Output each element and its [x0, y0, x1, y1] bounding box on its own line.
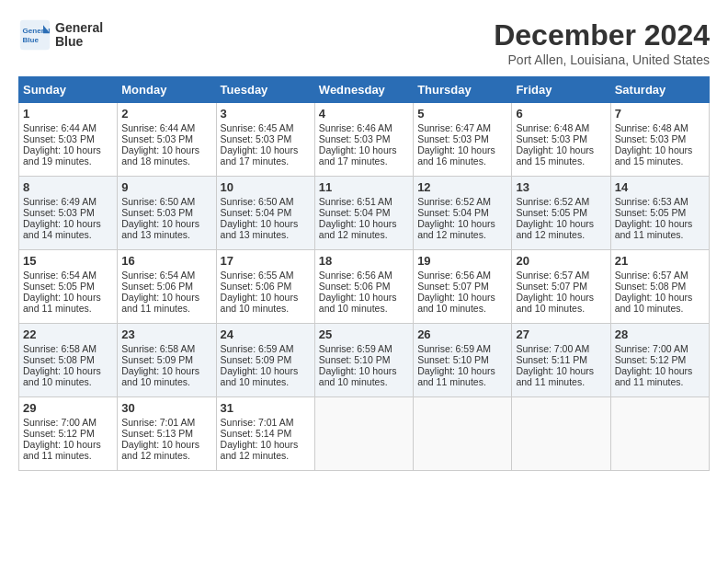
- day-number: 24: [221, 327, 311, 341]
- sunrise-text: Sunrise: 6:45 AM: [221, 122, 294, 133]
- sunset-text: Sunset: 5:10 PM: [319, 354, 391, 365]
- day-of-week-header: Tuesday: [216, 77, 314, 103]
- daylight-text: Daylight: 10 hours and 11 minutes.: [615, 365, 693, 387]
- sunset-text: Sunset: 5:05 PM: [23, 281, 95, 292]
- day-number: 30: [121, 401, 211, 415]
- daylight-text: Daylight: 10 hours and 10 minutes.: [121, 365, 199, 387]
- daylight-text: Daylight: 10 hours and 19 minutes.: [23, 144, 101, 167]
- calendar-week-row: 29 Sunrise: 7:00 AM Sunset: 5:12 PM Dayl…: [19, 397, 710, 471]
- sunrise-text: Sunrise: 7:00 AM: [23, 417, 97, 428]
- sunrise-text: Sunrise: 7:01 AM: [221, 417, 294, 428]
- calendar-day-cell: [414, 397, 512, 471]
- sunset-text: Sunset: 5:07 PM: [516, 281, 587, 292]
- calendar-day-cell: 8 Sunrise: 6:49 AM Sunset: 5:03 PM Dayli…: [19, 177, 118, 250]
- calendar-day-cell: 10 Sunrise: 6:50 AM Sunset: 5:04 PM Dayl…: [216, 177, 314, 250]
- sunset-text: Sunset: 5:03 PM: [221, 133, 292, 144]
- page-subtitle: Port Allen, Louisiana, United States: [494, 52, 710, 67]
- calendar-day-cell: 11 Sunrise: 6:51 AM Sunset: 5:04 PM Dayl…: [314, 177, 413, 250]
- daylight-text: Daylight: 10 hours and 10 minutes.: [23, 365, 101, 387]
- page-title: December 2024: [494, 18, 710, 52]
- daylight-text: Daylight: 10 hours and 10 minutes.: [516, 292, 594, 314]
- day-number: 27: [516, 327, 606, 341]
- sunrise-text: Sunrise: 6:47 AM: [417, 122, 491, 133]
- calendar-day-cell: 2 Sunrise: 6:44 AM Sunset: 5:03 PM Dayli…: [118, 103, 216, 177]
- sunset-text: Sunset: 5:06 PM: [319, 281, 391, 292]
- sunset-text: Sunset: 5:04 PM: [319, 207, 391, 218]
- day-number: 3: [221, 107, 311, 121]
- day-number: 6: [516, 107, 606, 121]
- daylight-text: Daylight: 10 hours and 11 minutes.: [417, 365, 495, 387]
- sunset-text: Sunset: 5:03 PM: [23, 207, 95, 218]
- sunset-text: Sunset: 5:03 PM: [615, 133, 687, 144]
- daylight-text: Daylight: 10 hours and 12 minutes.: [121, 439, 199, 461]
- day-number: 11: [319, 180, 409, 194]
- day-number: 13: [516, 180, 606, 194]
- day-number: 25: [319, 327, 409, 341]
- daylight-text: Daylight: 10 hours and 12 minutes.: [417, 218, 495, 240]
- sunrise-text: Sunrise: 6:59 AM: [417, 343, 491, 354]
- daylight-text: Daylight: 10 hours and 10 minutes.: [319, 292, 397, 314]
- sunset-text: Sunset: 5:03 PM: [121, 133, 193, 144]
- daylight-text: Daylight: 10 hours and 10 minutes.: [615, 292, 693, 314]
- sunset-text: Sunset: 5:03 PM: [516, 133, 587, 144]
- sunrise-text: Sunrise: 6:59 AM: [319, 343, 392, 354]
- sunset-text: Sunset: 5:13 PM: [121, 428, 193, 439]
- calendar-day-cell: 5 Sunrise: 6:47 AM Sunset: 5:03 PM Dayli…: [414, 103, 512, 177]
- sunset-text: Sunset: 5:04 PM: [417, 207, 489, 218]
- sunrise-text: Sunrise: 6:54 AM: [121, 270, 195, 281]
- daylight-text: Daylight: 10 hours and 13 minutes.: [121, 218, 199, 240]
- calendar-week-row: 22 Sunrise: 6:58 AM Sunset: 5:08 PM Dayl…: [19, 324, 710, 397]
- sunset-text: Sunset: 5:06 PM: [121, 281, 193, 292]
- sunset-text: Sunset: 5:12 PM: [615, 354, 687, 365]
- sunset-text: Sunset: 5:06 PM: [221, 281, 292, 292]
- sunrise-text: Sunrise: 6:57 AM: [516, 270, 589, 281]
- day-number: 5: [417, 107, 507, 121]
- sunset-text: Sunset: 5:04 PM: [221, 207, 292, 218]
- sunset-text: Sunset: 5:11 PM: [516, 354, 587, 365]
- sunset-text: Sunset: 5:03 PM: [417, 133, 489, 144]
- daylight-text: Daylight: 10 hours and 11 minutes.: [23, 292, 101, 314]
- calendar-day-cell: 31 Sunrise: 7:01 AM Sunset: 5:14 PM Dayl…: [216, 397, 314, 471]
- day-number: 31: [221, 401, 311, 415]
- calendar-day-cell: 9 Sunrise: 6:50 AM Sunset: 5:03 PM Dayli…: [118, 177, 216, 250]
- calendar-day-cell: 21 Sunrise: 6:57 AM Sunset: 5:08 PM Dayl…: [610, 250, 709, 324]
- sunrise-text: Sunrise: 6:59 AM: [221, 343, 294, 354]
- calendar-day-cell: [610, 397, 709, 471]
- sunrise-text: Sunrise: 6:44 AM: [121, 122, 195, 133]
- calendar-day-cell: 15 Sunrise: 6:54 AM Sunset: 5:05 PM Dayl…: [19, 250, 118, 324]
- day-number: 19: [417, 254, 507, 268]
- sunrise-text: Sunrise: 7:01 AM: [121, 417, 195, 428]
- header: General Blue General Blue December 2024 …: [18, 18, 710, 67]
- sunset-text: Sunset: 5:05 PM: [516, 207, 587, 218]
- calendar-day-cell: 7 Sunrise: 6:48 AM Sunset: 5:03 PM Dayli…: [610, 103, 709, 177]
- day-number: 9: [121, 180, 211, 194]
- calendar-day-cell: 24 Sunrise: 6:59 AM Sunset: 5:09 PM Dayl…: [216, 324, 314, 397]
- day-number: 29: [23, 401, 113, 415]
- daylight-text: Daylight: 10 hours and 15 minutes.: [516, 144, 594, 167]
- sunrise-text: Sunrise: 6:58 AM: [121, 343, 195, 354]
- daylight-text: Daylight: 10 hours and 12 minutes.: [319, 218, 397, 240]
- svg-text:Blue: Blue: [23, 36, 40, 44]
- logo-text2: Blue: [55, 35, 103, 49]
- sunrise-text: Sunrise: 6:57 AM: [615, 270, 688, 281]
- calendar-header-row: SundayMondayTuesdayWednesdayThursdayFrid…: [19, 77, 710, 103]
- day-of-week-header: Monday: [118, 77, 216, 103]
- calendar-day-cell: 19 Sunrise: 6:56 AM Sunset: 5:07 PM Dayl…: [414, 250, 512, 324]
- sunset-text: Sunset: 5:09 PM: [121, 354, 193, 365]
- sunrise-text: Sunrise: 6:52 AM: [516, 196, 589, 207]
- sunrise-text: Sunrise: 6:49 AM: [23, 196, 97, 207]
- daylight-text: Daylight: 10 hours and 16 minutes.: [417, 144, 495, 167]
- calendar-day-cell: [512, 397, 610, 471]
- sunrise-text: Sunrise: 6:48 AM: [615, 122, 688, 133]
- day-number: 10: [221, 180, 311, 194]
- day-number: 4: [319, 107, 409, 121]
- sunset-text: Sunset: 5:05 PM: [615, 207, 687, 218]
- calendar-week-row: 8 Sunrise: 6:49 AM Sunset: 5:03 PM Dayli…: [19, 177, 710, 250]
- daylight-text: Daylight: 10 hours and 13 minutes.: [221, 218, 299, 240]
- day-number: 8: [23, 180, 113, 194]
- calendar-day-cell: 17 Sunrise: 6:55 AM Sunset: 5:06 PM Dayl…: [216, 250, 314, 324]
- sunset-text: Sunset: 5:14 PM: [221, 428, 292, 439]
- calendar-day-cell: 20 Sunrise: 6:57 AM Sunset: 5:07 PM Dayl…: [512, 250, 610, 324]
- daylight-text: Daylight: 10 hours and 11 minutes.: [23, 439, 101, 461]
- day-number: 7: [615, 107, 705, 121]
